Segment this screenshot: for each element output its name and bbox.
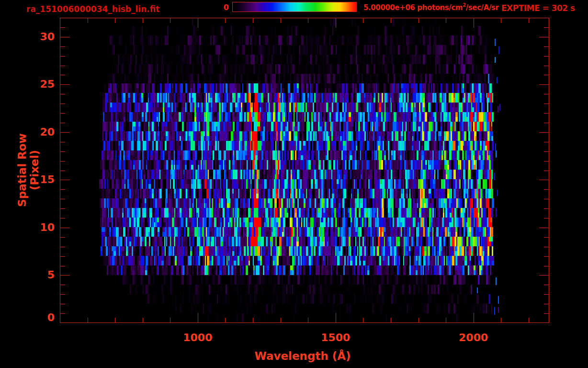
y-minor-tick bbox=[60, 208, 65, 209]
x-minor-tick-top bbox=[88, 18, 88, 23]
colorbar-units-suffix: /sec/A/sr bbox=[466, 3, 499, 12]
x-major-tick-top bbox=[474, 18, 474, 28]
y-axis-title: Spatial Row (Pixel) bbox=[16, 113, 28, 228]
y-minor-tick-right bbox=[544, 123, 549, 123]
x-minor-tick bbox=[446, 318, 446, 322]
y-minor-tick-right bbox=[544, 285, 549, 285]
y-major-tick-right bbox=[539, 180, 549, 180]
y-minor-tick bbox=[60, 151, 65, 152]
x-minor-tick bbox=[529, 318, 529, 322]
x-minor-tick bbox=[253, 318, 253, 322]
x-major-tick bbox=[474, 313, 474, 322]
x-minor-tick-top bbox=[501, 18, 501, 23]
y-minor-tick-right bbox=[544, 27, 549, 28]
y-minor-tick bbox=[60, 304, 65, 304]
y-minor-tick bbox=[60, 266, 65, 266]
y-minor-tick-right bbox=[544, 266, 549, 266]
y-minor-tick bbox=[60, 237, 65, 238]
x-minor-tick-top bbox=[446, 18, 446, 23]
x-minor-tick-top bbox=[308, 18, 308, 23]
y-minor-tick-right bbox=[544, 199, 549, 199]
y-minor-tick-right bbox=[544, 313, 549, 314]
x-minor-tick bbox=[418, 318, 419, 322]
y-minor-tick bbox=[60, 94, 65, 94]
y-major-tick bbox=[60, 228, 70, 228]
x-tick-label: 2000 bbox=[445, 332, 502, 344]
x-tick-label: 1000 bbox=[169, 332, 226, 344]
y-minor-tick bbox=[60, 189, 65, 190]
x-major-tick-top bbox=[336, 18, 336, 28]
y-minor-tick bbox=[60, 123, 65, 123]
y-minor-tick-right bbox=[544, 161, 549, 161]
x-tick-label: 1500 bbox=[307, 332, 364, 344]
y-minor-tick-right bbox=[544, 75, 549, 75]
spectral-image-viewer-window: ra_151006000034_hisb_lin.fit 0 5.00000e+… bbox=[0, 0, 588, 368]
y-major-tick-right bbox=[539, 84, 549, 85]
x-minor-tick-top bbox=[170, 18, 170, 23]
y-major-tick bbox=[60, 37, 70, 37]
x-minor-tick-top bbox=[115, 18, 115, 23]
y-tick-label: 0 bbox=[16, 311, 55, 323]
y-major-tick bbox=[60, 84, 70, 85]
y-minor-tick bbox=[60, 27, 65, 28]
y-minor-tick-right bbox=[544, 171, 549, 171]
x-minor-tick-top bbox=[225, 18, 226, 23]
y-minor-tick bbox=[60, 161, 65, 161]
colorbar-max-label: 5.00000e+06 photons/cm2/sec/A/sr bbox=[363, 3, 499, 12]
y-minor-tick bbox=[60, 142, 65, 142]
spectral-heatmap-canvas bbox=[60, 18, 549, 322]
y-minor-tick bbox=[60, 294, 65, 295]
y-tick-label: 25 bbox=[16, 78, 55, 90]
x-minor-tick-top bbox=[253, 18, 253, 23]
y-minor-tick-right bbox=[544, 218, 549, 218]
x-minor-tick bbox=[115, 318, 115, 322]
y-minor-tick bbox=[60, 256, 65, 257]
y-minor-tick-right bbox=[544, 247, 549, 247]
x-minor-tick-top bbox=[281, 18, 281, 23]
x-minor-tick-top bbox=[143, 18, 143, 23]
x-minor-tick bbox=[170, 318, 170, 322]
x-axis-title: Wavelength (Å) bbox=[231, 350, 374, 362]
x-minor-tick-top bbox=[529, 18, 529, 23]
y-major-tick bbox=[60, 132, 70, 133]
y-major-tick-right bbox=[539, 132, 549, 133]
y-minor-tick-right bbox=[544, 142, 549, 142]
y-minor-tick-right bbox=[544, 256, 549, 257]
y-minor-tick-right bbox=[544, 208, 549, 209]
y-minor-tick bbox=[60, 56, 65, 57]
y-minor-tick-right bbox=[544, 46, 549, 47]
y-major-tick bbox=[60, 275, 70, 276]
y-major-tick-right bbox=[539, 37, 549, 37]
y-minor-tick-right bbox=[544, 66, 549, 66]
colorbar-min-label: 0 bbox=[224, 3, 229, 12]
y-minor-tick bbox=[60, 313, 65, 314]
x-minor-tick bbox=[391, 318, 391, 322]
x-minor-tick bbox=[225, 318, 226, 322]
x-minor-tick bbox=[88, 318, 88, 322]
y-minor-tick-right bbox=[544, 189, 549, 190]
y-major-tick bbox=[60, 180, 70, 180]
x-minor-tick-top bbox=[418, 18, 419, 23]
y-minor-tick bbox=[60, 113, 65, 114]
y-minor-tick bbox=[60, 285, 65, 285]
x-major-tick bbox=[336, 313, 336, 322]
y-minor-tick bbox=[60, 199, 65, 199]
x-minor-tick bbox=[363, 318, 363, 322]
y-minor-tick-right bbox=[544, 56, 549, 57]
y-minor-tick-right bbox=[544, 113, 549, 114]
fits-file-title: ra_151006000034_hisb_lin.fit bbox=[26, 4, 159, 14]
y-tick-label: 5 bbox=[16, 269, 55, 281]
y-minor-tick bbox=[60, 46, 65, 47]
y-minor-tick bbox=[60, 104, 65, 104]
x-minor-tick bbox=[281, 318, 281, 322]
y-minor-tick bbox=[60, 171, 65, 171]
y-minor-tick-right bbox=[544, 104, 549, 104]
y-minor-tick-right bbox=[544, 304, 549, 304]
y-minor-tick bbox=[60, 66, 65, 66]
colorbar-units-prefix: photons/cm bbox=[415, 3, 463, 12]
y-minor-tick-right bbox=[544, 294, 549, 295]
x-major-tick-top bbox=[198, 18, 198, 28]
colorbar-max-value: 5.00000e+06 bbox=[363, 3, 415, 12]
y-minor-tick bbox=[60, 247, 65, 247]
y-tick-label: 30 bbox=[16, 31, 55, 43]
